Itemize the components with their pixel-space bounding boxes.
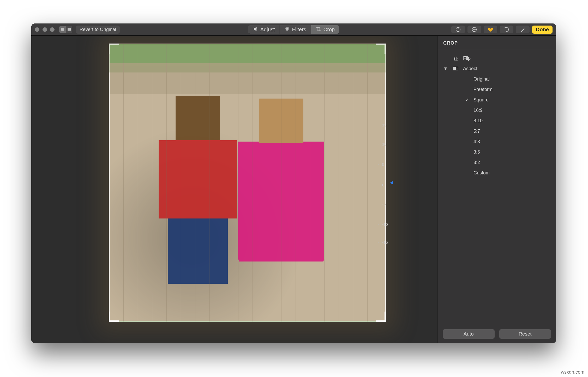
svg-point-13 <box>475 29 476 30</box>
svg-point-11 <box>473 29 474 30</box>
svg-rect-1 <box>68 28 69 31</box>
aspect-option-3-2[interactable]: 3:2 <box>443 157 551 168</box>
tab-adjust[interactable]: Adjust <box>248 25 280 34</box>
aspect-row[interactable]: ▼ Aspect <box>443 63 551 74</box>
crop-rectangle[interactable] <box>109 44 386 321</box>
view-split-button[interactable] <box>66 26 72 33</box>
svg-rect-2 <box>69 28 70 31</box>
option-label: 3:2 <box>473 160 480 165</box>
option-label: 4:3 <box>473 139 480 144</box>
checkmark-icon: ✓ <box>464 97 470 103</box>
favorite-button[interactable] <box>484 26 497 33</box>
straighten-dial[interactable]: 15 10 5 0 -5 -10 -15 <box>373 123 404 243</box>
option-label: Custom <box>473 170 490 176</box>
aspect-option-original[interactable]: Original <box>443 74 551 84</box>
tab-crop-label: Crop <box>323 27 335 33</box>
edit-mode-tabs: Adjust Filters Crop <box>248 25 339 34</box>
dial-label: 5 <box>382 162 384 167</box>
crop-handle-bottom-right[interactable] <box>376 312 386 322</box>
reset-button[interactable]: Reset <box>499 329 551 339</box>
flip-label: Flip <box>463 56 471 61</box>
sidebar-footer: Auto Reset <box>437 326 556 343</box>
source-watermark: wsxdn.com <box>561 369 584 375</box>
auto-button[interactable]: Auto <box>443 329 495 339</box>
more-button[interactable] <box>467 26 481 33</box>
auto-enhance-button[interactable] <box>516 26 530 33</box>
photo-canvas[interactable]: 15 10 5 0 -5 -10 -15 <box>31 36 437 343</box>
crop-sidebar: CROP Flip ▼ Aspect <box>437 36 556 343</box>
option-label: Freeform <box>473 87 493 92</box>
aspect-option-3-5[interactable]: 3:5 <box>443 147 551 157</box>
crop-handle-bottom-left[interactable] <box>109 312 119 322</box>
dial-indicator-icon[interactable] <box>388 181 393 185</box>
svg-rect-15 <box>453 67 456 70</box>
aspect-option-4-3[interactable]: 4:3 <box>443 136 551 147</box>
aspect-option-square[interactable]: ✓Square <box>443 95 551 105</box>
aspect-option-custom[interactable]: Custom <box>443 168 551 178</box>
aspect-option-freeform[interactable]: Freeform <box>443 84 551 95</box>
filters-icon <box>284 26 290 33</box>
minimize-icon[interactable] <box>43 27 47 32</box>
dial-label: 0 <box>382 183 384 187</box>
photo[interactable]: 15 10 5 0 -5 -10 -15 <box>109 44 386 322</box>
toolbar-right: Done <box>451 26 553 34</box>
revert-button[interactable]: Revert to Original <box>76 26 120 34</box>
view-single-button[interactable] <box>59 26 66 33</box>
dial-label: -10 <box>382 222 388 227</box>
flip-row[interactable]: Flip <box>443 53 551 63</box>
aspect-icon <box>452 65 459 72</box>
sidebar-title: CROP <box>437 36 556 49</box>
toolbar: Revert to Original Adjust Filters Crop <box>31 23 556 36</box>
info-button[interactable] <box>451 26 465 33</box>
app-window: Revert to Original Adjust Filters Crop <box>31 23 556 343</box>
svg-rect-0 <box>61 28 64 31</box>
option-label: 16:9 <box>473 108 483 113</box>
svg-point-6 <box>286 28 288 31</box>
aspect-option-16-9[interactable]: 16:9 <box>443 105 551 115</box>
view-toggle <box>59 26 72 33</box>
option-label: 5:7 <box>473 129 480 134</box>
maximize-icon[interactable] <box>50 27 55 32</box>
crop-handle-top-right[interactable] <box>376 44 386 54</box>
crop-handle-top-left[interactable] <box>109 44 119 54</box>
svg-point-12 <box>474 29 475 30</box>
crop-icon <box>316 26 321 33</box>
flip-icon <box>452 55 459 61</box>
svg-point-8 <box>458 28 459 29</box>
dial-label: -5 <box>382 202 386 206</box>
option-label: 8:10 <box>473 118 483 124</box>
aspect-option-5-7[interactable]: 5:7 <box>443 126 551 136</box>
tab-filters-label: Filters <box>292 27 306 33</box>
option-label: Original <box>473 76 490 82</box>
aspect-label: Aspect <box>463 66 477 71</box>
close-icon[interactable] <box>35 27 39 32</box>
disclosure-triangle-icon[interactable]: ▼ <box>443 66 448 71</box>
tab-adjust-label: Adjust <box>260 27 275 33</box>
aspect-option-8-10[interactable]: 8:10 <box>443 115 551 126</box>
rotate-button[interactable] <box>500 26 513 33</box>
option-label: Square <box>473 97 489 103</box>
tab-filters[interactable]: Filters <box>279 25 311 34</box>
dial-label: 15 <box>382 123 387 127</box>
option-label: 3:5 <box>473 149 480 155</box>
dial-label: 10 <box>382 142 387 146</box>
done-button[interactable]: Done <box>532 26 553 34</box>
svg-rect-9 <box>458 29 458 31</box>
window-controls <box>35 27 55 32</box>
photo-subject <box>156 96 239 284</box>
photo-subject <box>237 99 326 281</box>
editor-body: 15 10 5 0 -5 -10 -15 CROP <box>31 36 556 343</box>
tab-crop[interactable]: Crop <box>311 25 339 34</box>
svg-point-3 <box>254 28 257 30</box>
dial-label: -15 <box>382 240 388 245</box>
adjust-icon <box>253 26 258 33</box>
